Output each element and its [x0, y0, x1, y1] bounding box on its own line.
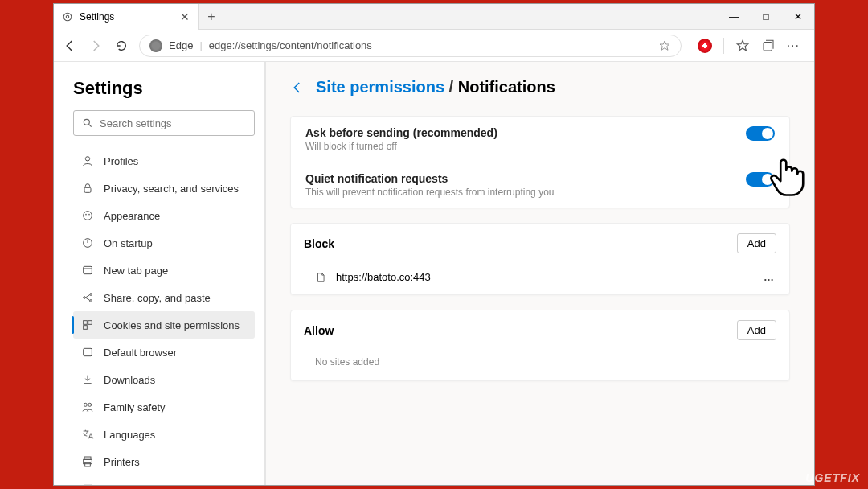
- site-url: https://batoto.co:443: [336, 271, 431, 283]
- tab-settings[interactable]: Settings ✕: [54, 4, 199, 30]
- search-settings[interactable]: [73, 110, 255, 136]
- toggle-quiet-requests: Quiet notification requests This will pr…: [291, 162, 789, 208]
- favorites-icon[interactable]: [735, 39, 750, 53]
- svg-point-1: [66, 15, 69, 18]
- toolbar-icons: ···: [691, 38, 806, 54]
- allow-panel: Allow Add No sites added: [290, 310, 790, 381]
- lock-icon: [81, 182, 94, 195]
- sidebar-item-system[interactable]: System: [73, 475, 255, 485]
- block-panel: Block Add https://batoto.co:443 …: [290, 223, 790, 295]
- power-icon: [81, 236, 94, 249]
- page-title: Site permissions / Notifications: [316, 78, 555, 97]
- appearance-icon: [81, 209, 94, 222]
- printer-icon: [81, 455, 94, 468]
- add-favorite-icon[interactable]: [658, 39, 671, 52]
- sidebar-item-profiles[interactable]: Profiles: [73, 147, 255, 175]
- address-bar[interactable]: Edge | edge://settings/content/notificat…: [139, 35, 682, 57]
- svg-point-8: [88, 214, 90, 216]
- system-icon: [81, 483, 94, 485]
- language-icon: [81, 428, 94, 441]
- allow-section-head: Allow Add: [291, 310, 789, 350]
- opera-icon[interactable]: [698, 39, 712, 53]
- toggles-panel: Ask before sending (recommended) Will bl…: [290, 116, 790, 208]
- sidebar-item-label: Share, copy, and paste: [104, 292, 211, 304]
- toggle-switch[interactable]: [746, 126, 775, 141]
- tab-title: Settings: [80, 11, 114, 23]
- search-icon: [82, 117, 93, 129]
- newtab-icon: [81, 264, 94, 277]
- minimize-button[interactable]: —: [718, 4, 750, 30]
- sidebar-item-appearance[interactable]: Appearance: [73, 202, 255, 229]
- svg-point-0: [63, 13, 72, 21]
- cursor-hand-icon: [765, 153, 810, 198]
- sidebar-item-label: New tab page: [104, 265, 168, 277]
- site-more-button[interactable]: …: [764, 271, 775, 283]
- back-button[interactable]: [62, 38, 78, 54]
- collections-icon[interactable]: [761, 39, 776, 53]
- toggle-desc: Will block if turned off: [305, 141, 497, 152]
- svg-rect-20: [84, 457, 91, 459]
- sidebar-item-label: Languages: [104, 429, 155, 441]
- browser-icon: [81, 346, 94, 359]
- sidebar-item-downloads[interactable]: Downloads: [73, 366, 255, 393]
- sidebar-item-share[interactable]: Share, copy, and paste: [73, 284, 255, 311]
- sidebar-item-cookies[interactable]: Cookies and site permissions: [73, 311, 255, 339]
- close-button[interactable]: ✕: [782, 4, 814, 30]
- sidebar-item-startup[interactable]: On startup: [73, 229, 255, 257]
- svg-rect-15: [88, 321, 92, 325]
- browser-window: Settings ✕ + — □ ✕ Edge | edge://setting…: [53, 3, 815, 486]
- sidebar-item-label: Appearance: [104, 210, 160, 222]
- address-label: Edge: [169, 39, 193, 51]
- sidebar-item-label: System: [104, 483, 138, 486]
- forward-button[interactable]: [88, 38, 104, 54]
- block-title: Block: [304, 237, 334, 250]
- breadcrumb-back-icon[interactable]: [290, 80, 305, 95]
- reload-button[interactable]: [113, 38, 129, 54]
- toggle-desc: This will prevent notification requests …: [305, 187, 554, 198]
- address-bar-row: Edge | edge://settings/content/notificat…: [54, 30, 814, 62]
- sidebar-item-printers[interactable]: Printers: [73, 448, 255, 475]
- sidebar-item-newtab[interactable]: New tab page: [73, 257, 255, 284]
- sidebar-item-default-browser[interactable]: Default browser: [73, 339, 255, 366]
- new-tab-button[interactable]: +: [199, 10, 224, 24]
- svg-point-3: [84, 119, 89, 125]
- sidebar-item-label: On startup: [104, 237, 153, 249]
- svg-point-7: [85, 214, 87, 216]
- svg-rect-14: [84, 321, 88, 325]
- menu-icon[interactable]: ···: [787, 39, 800, 53]
- sidebar-item-label: Privacy, search, and services: [104, 183, 239, 195]
- svg-rect-10: [84, 266, 92, 273]
- allow-title: Allow: [304, 324, 334, 337]
- toggle-label: Quiet notification requests: [305, 172, 554, 185]
- toggle-label: Ask before sending (recommended): [305, 126, 497, 139]
- sidebar-item-languages[interactable]: Languages: [73, 421, 255, 448]
- svg-rect-17: [84, 348, 92, 355]
- sidebar-item-label: Printers: [104, 456, 140, 468]
- block-section-head: Block Add: [291, 224, 789, 263]
- allow-empty-text: No sites added: [291, 350, 789, 380]
- permissions-icon: [81, 318, 94, 331]
- svg-point-18: [84, 403, 87, 406]
- breadcrumb-link[interactable]: Site permissions: [316, 78, 444, 96]
- watermark: UGETFIX: [805, 471, 860, 484]
- edge-logo-icon: [149, 39, 162, 52]
- allow-add-button[interactable]: Add: [737, 320, 776, 340]
- gear-icon: [62, 11, 73, 23]
- sidebar-item-family[interactable]: Family safety: [73, 393, 255, 421]
- titlebar: Settings ✕ + — □ ✕: [54, 4, 814, 30]
- content: Settings Profiles Privacy, search, and s…: [54, 62, 814, 485]
- sidebar-item-privacy[interactable]: Privacy, search, and services: [73, 175, 255, 202]
- svg-rect-16: [84, 326, 88, 330]
- svg-point-12: [90, 294, 92, 296]
- sidebar-item-label: Profiles: [104, 155, 138, 167]
- window-controls: — □ ✕: [718, 4, 814, 30]
- share-icon: [81, 291, 94, 304]
- search-input[interactable]: [100, 117, 246, 129]
- block-add-button[interactable]: Add: [737, 233, 776, 253]
- maximize-button[interactable]: □: [750, 4, 782, 30]
- block-site-row: https://batoto.co:443 …: [291, 263, 789, 294]
- tab-close-icon[interactable]: ✕: [180, 10, 190, 23]
- svg-rect-2: [764, 42, 772, 51]
- family-icon: [81, 401, 94, 413]
- sidebar-item-label: Default browser: [104, 347, 177, 359]
